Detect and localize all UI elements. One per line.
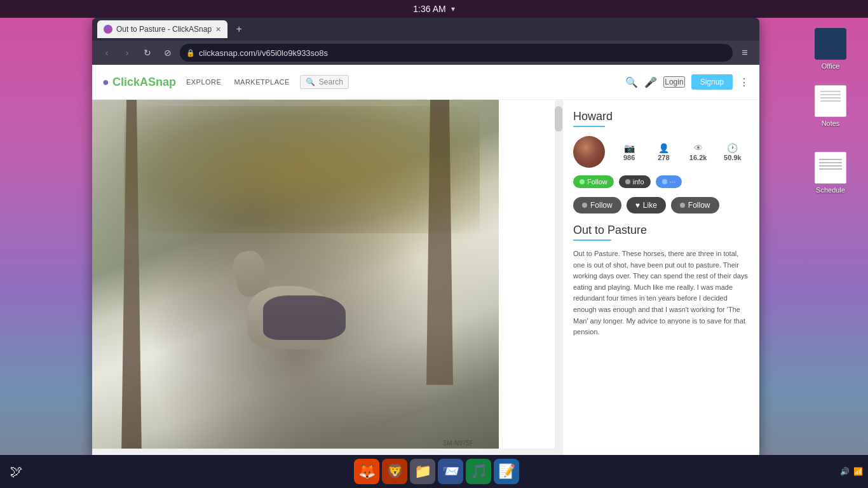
stat-photos: 📷 986	[613, 143, 646, 161]
taskbar-firefox[interactable]: 🦊	[354, 459, 379, 484]
follow-dark-label: info	[633, 178, 644, 186]
refresh-button[interactable]: ↻	[139, 44, 156, 61]
address-bar[interactable]: 🔒 clickasnap.com/i/v65i0lo9k933so8s	[180, 44, 733, 62]
follow-green-label: Follow	[587, 178, 607, 186]
profile-name: Howard	[573, 110, 749, 123]
signup-button[interactable]: Signup	[691, 74, 733, 90]
photo-title-underline	[573, 240, 611, 241]
new-tab-button[interactable]: +	[230, 20, 248, 38]
notes-icon-label: Notes	[822, 119, 840, 127]
notes-app-icon: 📝	[498, 463, 515, 480]
photo-description: Out to Pasture. These horses, there are …	[573, 248, 749, 338]
site-nav: EXPLORE MARKETPLACE	[186, 78, 290, 86]
follow2-action-button[interactable]: Follow	[671, 197, 719, 214]
followers-value: 278	[647, 154, 680, 161]
back-icon: ‹	[105, 48, 109, 58]
schedule-icon-image	[815, 152, 846, 184]
microphone-icon[interactable]: 🎤	[644, 76, 657, 88]
taskbar-mail[interactable]: 📨	[438, 459, 463, 484]
search-placeholder-text: Search	[319, 78, 343, 86]
action-buttons: Follow ♥ Like Follow	[573, 197, 749, 214]
followers-icon: 👤	[647, 143, 680, 153]
follow-action-button[interactable]: Follow	[573, 197, 621, 214]
profile-follow-buttons: Follow info ···	[573, 175, 749, 188]
schedule-icon-label: Schedule	[816, 186, 845, 194]
taskbar-spotify[interactable]: 🎵	[466, 459, 491, 484]
site-main: SM-N975F Howard	[92, 100, 759, 456]
site-search[interactable]: 🔍 Search	[300, 75, 349, 89]
taskbar-right-icons: 🔊 📶	[840, 467, 863, 476]
like-action-heart: ♥	[635, 201, 640, 210]
bookmark-icon: ⊘	[164, 48, 172, 58]
site-actions: 🔍 🎤 Login Signup ⋮	[625, 74, 749, 90]
lock-icon: 🔒	[186, 49, 195, 57]
photos-icon: 📷	[613, 143, 646, 153]
follow2-action-label: Follow	[688, 201, 710, 210]
menu-icon: ≡	[742, 47, 747, 58]
profile-avatar[interactable]	[573, 136, 605, 168]
logo-icon: ●	[102, 76, 109, 88]
mail-icon: 📨	[442, 463, 459, 480]
search-icon: 🔍	[306, 78, 315, 86]
tab-close-button[interactable]: ✕	[215, 25, 221, 34]
stat-time: 🕐 50.9k	[716, 143, 749, 161]
site-search-icon[interactable]: 🔍	[625, 76, 638, 88]
login-button[interactable]: Login	[663, 76, 684, 88]
topbar-time-display: 1:36 AM ▾	[413, 4, 454, 14]
logo-text: ClickASnap	[112, 76, 176, 88]
follow-blue-dot	[662, 179, 667, 184]
photo-area: SM-N975F	[92, 100, 562, 456]
taskbar-files[interactable]: 📁	[410, 459, 435, 484]
follow-dark-dot	[625, 179, 630, 184]
site-header: ● ClickASnap EXPLORE MARKETPLACE 🔍 Searc…	[92, 65, 759, 100]
taskbar-right: 🔊 📶	[840, 467, 863, 476]
notes-icon-image	[815, 85, 846, 117]
browser-toolbar: ‹ › ↻ ⊘ 🔒 clickasnap.com/i/v65i0lo9k933s…	[92, 41, 759, 65]
url-text: clickasnap.com/i/v65i0lo9k933so8s	[199, 48, 726, 58]
site-menu-button[interactable]: ⋮	[739, 76, 749, 88]
follow-action-dot	[582, 203, 587, 208]
nav-marketplace[interactable]: MARKETPLACE	[234, 78, 289, 86]
like-action-button[interactable]: ♥ Like	[627, 197, 666, 214]
photo-sidebar: Howard 📷 986 👤 278	[562, 100, 759, 456]
stat-followers: 👤 278	[647, 143, 680, 161]
clock-time: 1:36 AM	[413, 4, 445, 14]
scrollbar-thumb[interactable]	[555, 106, 562, 132]
follow-green-button[interactable]: Follow	[573, 175, 614, 188]
taskbar-bird-icon[interactable]: 🕊	[5, 460, 28, 483]
browser-tab-active[interactable]: Out to Pasture - ClickASnap ✕	[97, 20, 227, 38]
follow-blue-button[interactable]: ···	[656, 175, 682, 188]
views-icon: 👁	[682, 143, 715, 153]
views-value: 16.2k	[682, 154, 715, 161]
vertical-scrollbar[interactable]	[555, 100, 562, 456]
taskbar-brave[interactable]: 🦁	[382, 459, 407, 484]
volume-icon[interactable]: 🔊	[840, 467, 850, 476]
desktop-icon-schedule[interactable]: Schedule	[812, 149, 849, 196]
nav-explore[interactable]: EXPLORE	[186, 78, 221, 86]
stats-grid: 📷 986 👤 278 👁 16.2k 🕐	[613, 143, 749, 161]
forward-button[interactable]: ›	[119, 44, 135, 61]
browser-tabs: Out to Pasture - ClickASnap ✕ +	[92, 18, 759, 41]
follow-dark-button[interactable]: info	[619, 175, 651, 188]
desktop-icon-notes[interactable]: Notes	[812, 83, 849, 130]
wifi-icon[interactable]: 📶	[853, 467, 863, 476]
profile-avatar-image	[573, 136, 605, 168]
browser-menu-button[interactable]: ≡	[736, 44, 753, 61]
topbar-dropdown-icon[interactable]: ▾	[451, 4, 455, 13]
desktop-icon-office[interactable]: Office	[812, 25, 849, 72]
photo-description-text: Out to Pasture. These horses, there are …	[573, 250, 748, 336]
time-value: 50.9k	[716, 154, 749, 161]
firefox-icon: 🦊	[358, 463, 376, 480]
photo-container: SM-N975F	[92, 100, 499, 456]
photos-value: 986	[613, 154, 646, 161]
taskbar-notes-app[interactable]: 📝	[494, 459, 519, 484]
files-icon: 📁	[414, 463, 431, 480]
horse-body	[247, 286, 336, 349]
browser-content: ● ClickASnap EXPLORE MARKETPLACE 🔍 Searc…	[92, 65, 759, 456]
bookmark-button[interactable]: ⊘	[159, 44, 176, 61]
like-action-label: Like	[643, 201, 657, 210]
site-logo[interactable]: ● ClickASnap	[102, 76, 176, 89]
time-icon: 🕐	[716, 143, 749, 153]
back-button[interactable]: ‹	[98, 44, 115, 61]
horse-blanket	[263, 295, 346, 340]
